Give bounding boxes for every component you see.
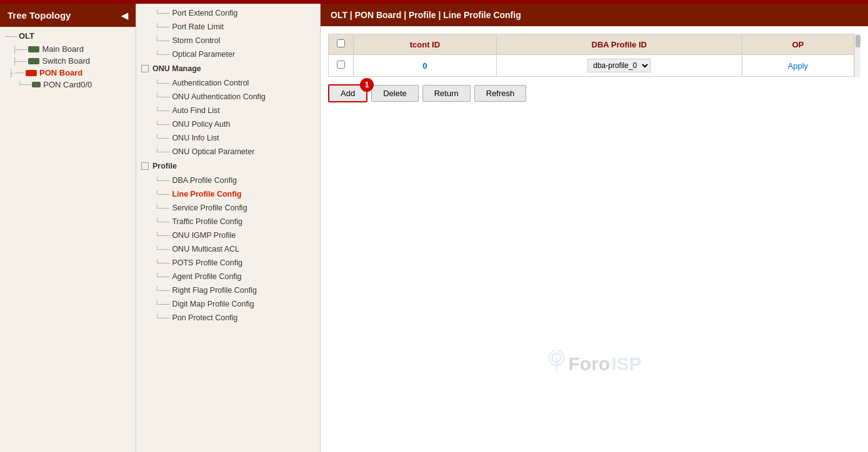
row-checkbox[interactable] — [337, 61, 345, 69]
watermark-foro: Foro — [568, 353, 610, 375]
nav-storm-control[interactable]: └── Storm Control — [136, 34, 320, 47]
nav-dba-profile-config[interactable]: └── DBA Profile Config — [136, 174, 320, 187]
nav-pon-protect-config[interactable]: └── Pon Protect Config — [136, 311, 320, 325]
table-header-op: OP — [742, 34, 854, 55]
sidebar: Tree Topology ◀ —— OLT ├── Main Board ├─… — [0, 4, 136, 452]
add-button[interactable]: Add 1 — [328, 84, 367, 102]
nav-line-profile-config[interactable]: └── Line Profile Config — [136, 187, 320, 201]
nav-onu-policy-auth[interactable]: └── ONU Policy Auth — [136, 117, 320, 131]
row-checkbox-cell — [329, 55, 354, 77]
nav-traffic-profile-config[interactable]: └── Traffic Profile Config — [136, 215, 320, 228]
nav-onu-multicast-acl[interactable]: └── ONU Multicast ACL — [136, 242, 320, 256]
nav-agent-profile-config[interactable]: └── Agent Profile Config — [136, 270, 320, 283]
nav-authentication-control[interactable]: └── Authentication Control — [136, 76, 320, 90]
content-area: tcont ID DBA Profile ID OP — [321, 26, 868, 452]
sidebar-collapse-icon[interactable]: ◀ — [121, 11, 128, 21]
data-table: tcont ID DBA Profile ID OP — [328, 34, 854, 77]
return-button[interactable]: Return — [422, 85, 471, 102]
pon-card-item[interactable]: └── PON Card0/0 — [0, 79, 136, 91]
apply-link[interactable]: Apply — [788, 61, 809, 71]
nav-port-extend-config[interactable]: └── Port Extend Config — [136, 6, 320, 20]
main-board-label: Main Board — [42, 44, 83, 54]
add-badge: 1 — [360, 78, 374, 92]
nav-onu-auth-config[interactable]: └── ONU Authentication Config — [136, 90, 320, 104]
profile-label: Profile — [152, 162, 177, 170]
onu-manage-checkbox[interactable] — [141, 65, 149, 72]
tree-olt: —— OLT ├── Main Board ├── Switch Board ├… — [0, 27, 136, 92]
nav-auto-find-list[interactable]: └── Auto Find List — [136, 104, 320, 117]
nav-digit-map-profile-config[interactable]: └── Digit Map Profile Config — [136, 297, 320, 311]
pon-board-label: PON Board — [39, 68, 82, 77]
sidebar-title: Tree Topology — [7, 10, 71, 21]
switch-board-label: Switch Board — [42, 56, 90, 66]
olt-label[interactable]: OLT — [19, 31, 34, 41]
watermark-signal-icon — [547, 350, 566, 377]
nav-pots-profile-config[interactable]: └── POTS Profile Config — [136, 256, 320, 270]
switch-board-item[interactable]: ├── Switch Board — [0, 55, 136, 67]
delete-button[interactable]: Delete — [371, 85, 419, 102]
sidebar-header[interactable]: Tree Topology ◀ — [0, 4, 136, 27]
op-cell: Apply — [742, 55, 854, 77]
nav-onu-optical-parameter[interactable]: └── ONU Optical Parameter — [136, 145, 320, 159]
nav-section-onu-manage[interactable]: ONU Manage — [136, 61, 320, 76]
nav-service-profile-config[interactable]: └── Service Profile Config — [136, 201, 320, 215]
select-all-checkbox[interactable] — [337, 39, 345, 47]
middle-panel: └── Port Extend Config └── Port Rate Lim… — [136, 4, 321, 452]
watermark: ForoISP — [547, 350, 641, 377]
nav-onu-igmp-profile[interactable]: └── ONU IGMP Profile — [136, 228, 320, 242]
refresh-button[interactable]: Refresh — [474, 85, 527, 102]
nav-section-profile[interactable]: Profile — [136, 159, 320, 174]
table-wrapper: tcont ID DBA Profile ID OP — [328, 34, 861, 77]
watermark-isp: ISP — [611, 353, 641, 375]
pon-board-item[interactable]: ├ ── PON Board — [0, 67, 136, 79]
table-header-checkbox — [329, 34, 354, 55]
tcont-id-cell: 0 — [354, 55, 497, 77]
pon-card-label: PON Card0/0 — [43, 80, 92, 89]
buttons-row: Add 1 Delete Return Refresh — [328, 84, 861, 102]
nav-optical-parameter[interactable]: └── Optical Parameter — [136, 47, 320, 61]
dba-profile-select[interactable]: dba-profile_0 dba-profile_1 dba-profile_… — [587, 59, 651, 72]
table-scrollbar — [854, 34, 861, 77]
breadcrumb: OLT | PON Board | Profile | Line Profile… — [321, 4, 868, 26]
nav-right-flag-profile-config[interactable]: └── Right Flag Profile Config — [136, 283, 320, 297]
table-header-tcont-id: tcont ID — [354, 34, 497, 55]
dba-profile-id-cell: dba-profile_0 dba-profile_1 dba-profile_… — [496, 55, 742, 77]
nav-port-rate-limit[interactable]: └── Port Rate Limit — [136, 20, 320, 34]
main-board-item[interactable]: ├── Main Board — [0, 43, 136, 55]
table-header-dba-profile-id: DBA Profile ID — [496, 34, 742, 55]
right-panel: OLT | PON Board | Profile | Line Profile… — [321, 4, 868, 452]
onu-manage-label: ONU Manage — [152, 64, 201, 73]
table-row: 0 dba-profile_0 dba-profile_1 dba-profil… — [329, 55, 854, 77]
profile-checkbox[interactable] — [141, 162, 149, 170]
scroll-thumb — [856, 35, 861, 47]
nav-onu-info-list[interactable]: └── ONU Info List — [136, 131, 320, 145]
